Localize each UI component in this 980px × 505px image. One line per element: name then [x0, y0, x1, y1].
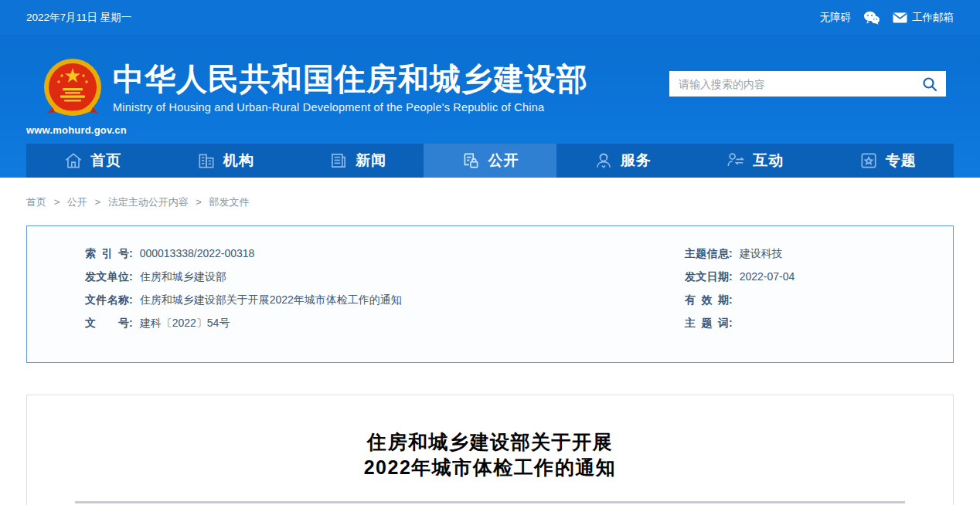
search-icon — [922, 76, 937, 92]
interaction-icon — [726, 151, 746, 171]
document-title: 住房和城乡建设部关于开展 2022年城市体检工作的通知 — [27, 429, 953, 480]
nav-item-home[interactable]: 首页 — [26, 144, 158, 178]
site-title-english: Ministry of Housing and Urban-Rural Deve… — [113, 101, 588, 114]
breadcrumb-current-page: 部发文件 — [209, 196, 250, 208]
nav-item-disclosure[interactable]: 公开 — [424, 144, 556, 178]
national-emblem-icon — [41, 56, 104, 120]
nav-item-services[interactable]: 服务 — [556, 144, 689, 178]
topbar: 2022年7月11日 星期一 无障碍 — [0, 0, 980, 35]
meta-row-subject-info: 主题信息: 建设科技 — [685, 246, 953, 269]
document-title-line1: 住房和城乡建设部关于开展 — [27, 429, 953, 455]
breadcrumb-separator: > — [94, 196, 100, 208]
search-input[interactable] — [669, 71, 914, 97]
breadcrumb: 首页 > 公开 > 法定主动公开内容 > 部发文件 — [26, 178, 954, 208]
topics-icon — [859, 151, 879, 171]
meta-row-issuing-unit: 发文单位: 住房和城乡建设部 — [85, 269, 685, 292]
news-icon — [328, 151, 349, 171]
accessibility-link[interactable]: 无障碍 — [820, 11, 852, 25]
wechat-icon[interactable] — [863, 11, 880, 25]
breadcrumb-disclosure[interactable]: 公开 — [67, 196, 87, 208]
breadcrumb-separator: > — [54, 196, 60, 208]
home-icon — [63, 151, 83, 171]
nav-item-news[interactable]: 新闻 — [291, 144, 424, 178]
search-box — [669, 71, 946, 97]
organization-icon — [196, 151, 216, 171]
title-divider — [75, 501, 905, 503]
meta-row-validity-period: 有效期: — [685, 292, 953, 315]
breadcrumb-separator: > — [196, 196, 202, 208]
work-mailbox-link[interactable]: 工作邮箱 — [893, 11, 954, 25]
site-url: www.mohurd.gov.cn — [26, 124, 119, 136]
breadcrumb-statutory-content[interactable]: 法定主动公开内容 — [108, 196, 189, 208]
site-title: 中华人民共和国住房和城乡建设部 — [113, 61, 588, 97]
document-meta-box: 索引号: 000013338/2022-00318 发文单位: 住房和城乡建设部… — [26, 225, 954, 363]
mail-icon — [893, 12, 907, 23]
meta-row-index-number: 索引号: 000013338/2022-00318 — [85, 246, 685, 269]
site-logo[interactable]: www.mohurd.gov.cn — [26, 56, 119, 136]
meta-row-issue-date: 发文日期: 2022-07-04 — [685, 269, 953, 292]
search-button[interactable] — [914, 71, 946, 97]
breadcrumb-home[interactable]: 首页 — [26, 196, 46, 208]
nav-item-topics[interactable]: 专题 — [822, 144, 954, 178]
meta-row-document-number: 文号: 建科〔2022〕54号 — [85, 315, 685, 338]
main-nav: 首页 机构 新闻 — [0, 144, 980, 178]
document-card: 住房和城乡建设部关于开展 2022年城市体检工作的通知 — [26, 395, 954, 505]
nav-item-interaction[interactable]: 互动 — [689, 144, 821, 178]
service-icon — [594, 151, 614, 171]
date-text: 2022年7月11日 星期一 — [26, 11, 131, 25]
document-title-line2: 2022年城市体检工作的通知 — [27, 455, 953, 480]
meta-row-keywords: 主题词: — [685, 315, 953, 338]
meta-row-document-name: 文件名称: 住房和城乡建设部关于开展2022年城市体检工作的通知 — [85, 292, 685, 315]
nav-item-organization[interactable]: 机构 — [158, 144, 291, 178]
site-header: www.mohurd.gov.cn 中华人民共和国住房和城乡建设部 Minist… — [0, 35, 980, 178]
disclosure-icon — [461, 151, 481, 171]
